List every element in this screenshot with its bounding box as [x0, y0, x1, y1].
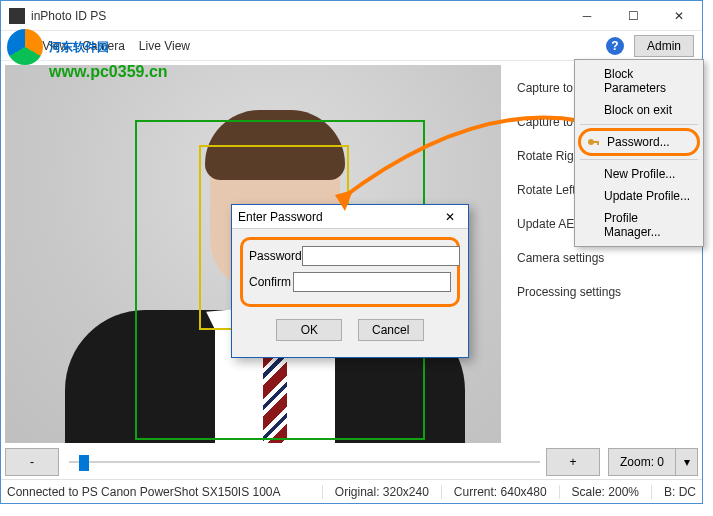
password-input[interactable] [302, 246, 460, 266]
status-connection: Connected to PS Canon PowerShot SX150IS … [7, 485, 310, 499]
menu-camera[interactable]: Camera [82, 39, 125, 53]
close-button[interactable]: ✕ [656, 1, 702, 31]
menu-new-profile[interactable]: New Profile... [578, 163, 700, 185]
zoom-controls: - + Zoom: 0 ▾ [5, 445, 698, 479]
confirm-label: Confirm [249, 275, 293, 289]
menu-profile-manager[interactable]: Profile Manager... [578, 207, 700, 243]
svg-rect-2 [597, 141, 599, 145]
menu-block-on-exit[interactable]: Block on exit [578, 99, 700, 121]
menu-update-profile[interactable]: Update Profile... [578, 185, 700, 207]
menu-view[interactable]: View [42, 39, 68, 53]
zoom-value: Zoom: 0 [608, 448, 676, 476]
enter-password-dialog: Enter Password ✕ Password Confirm OK Can… [231, 204, 469, 358]
menu-liveview[interactable]: Live View [139, 39, 190, 53]
titlebar: inPhoto ID PS ─ ☐ ✕ [1, 1, 702, 31]
key-icon [585, 134, 601, 150]
status-bar: Connected to PS Canon PowerShot SX150IS … [1, 479, 702, 503]
zoom-out-button[interactable]: - [5, 448, 59, 476]
zoom-in-button[interactable]: + [546, 448, 600, 476]
menu-file[interactable]: File [9, 39, 28, 53]
processing-settings[interactable]: Processing settings [517, 285, 702, 299]
status-current: Current: 640x480 [441, 485, 547, 499]
help-icon[interactable]: ? [606, 37, 624, 55]
zoom-slider[interactable] [69, 448, 540, 476]
app-icon [9, 8, 25, 24]
zoom-slider-thumb[interactable] [79, 455, 89, 471]
ok-button[interactable]: OK [276, 319, 342, 341]
minimize-button[interactable]: ─ [564, 1, 610, 31]
admin-dropdown: Block Parameters Block on exit Password.… [574, 59, 704, 247]
camera-settings[interactable]: Camera settings [517, 251, 702, 265]
menu-password[interactable]: Password... [578, 128, 700, 156]
status-mode: B: DC [651, 485, 696, 499]
cancel-button[interactable]: Cancel [358, 319, 424, 341]
window-title: inPhoto ID PS [31, 9, 564, 23]
menu-block-parameters[interactable]: Block Parameters [578, 63, 700, 99]
password-label: Password [249, 249, 302, 263]
status-original: Original: 320x240 [322, 485, 429, 499]
status-scale: Scale: 200% [559, 485, 639, 499]
confirm-input[interactable] [293, 272, 451, 292]
dialog-title: Enter Password [238, 210, 438, 224]
menubar: File View Camera Live View ? Admin [1, 31, 702, 61]
zoom-dropdown[interactable]: ▾ [676, 448, 698, 476]
menu-password-label: Password... [607, 135, 670, 149]
admin-button[interactable]: Admin [634, 35, 694, 57]
maximize-button[interactable]: ☐ [610, 1, 656, 31]
dialog-close-button[interactable]: ✕ [438, 210, 462, 224]
